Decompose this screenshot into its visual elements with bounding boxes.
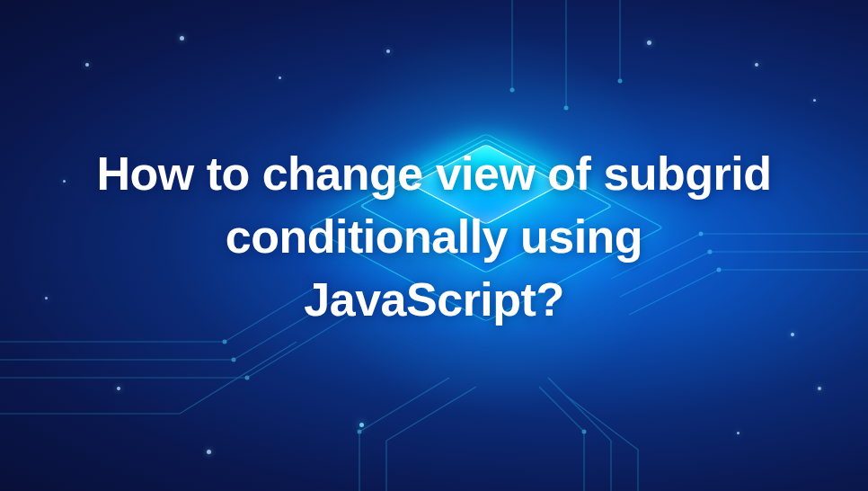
svg-point-1 [232, 358, 236, 362]
svg-point-7 [582, 430, 587, 434]
hero-title: How to change view of subgrid conditiona… [93, 142, 775, 350]
svg-point-9 [564, 106, 569, 111]
svg-point-8 [510, 88, 515, 93]
hero-banner: How to change view of subgrid conditiona… [0, 0, 868, 491]
svg-point-2 [245, 376, 250, 380]
svg-point-6 [358, 430, 362, 434]
svg-point-10 [618, 79, 623, 84]
